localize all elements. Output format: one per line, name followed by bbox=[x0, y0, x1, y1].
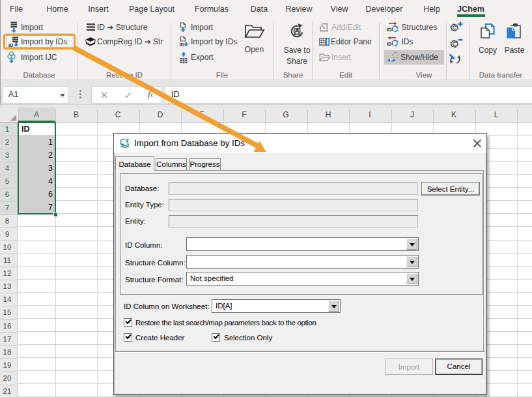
svg-text:X: X bbox=[124, 138, 130, 145]
svg-text:ID: ID bbox=[387, 27, 392, 33]
svg-text:ID: ID bbox=[387, 41, 392, 47]
svg-text:ID: ID bbox=[180, 42, 184, 47]
svg-text:ID: ID bbox=[8, 42, 14, 48]
